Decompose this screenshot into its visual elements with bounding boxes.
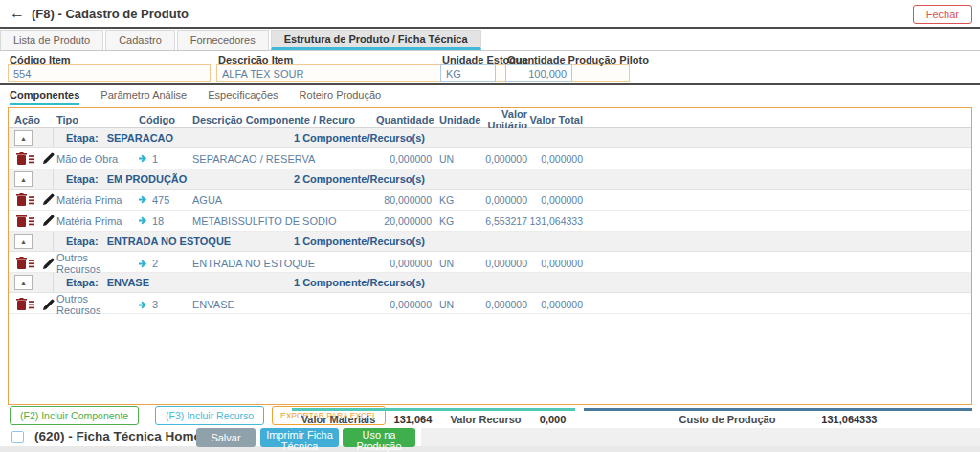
row-valor-unitario: 0,000000 — [478, 153, 527, 165]
col-acao: Ação — [9, 114, 53, 125]
codigo-item-field[interactable] — [8, 64, 211, 82]
subtab-especificacoes[interactable]: Especificações — [208, 89, 278, 105]
subtab-componentes[interactable]: Componentes — [10, 89, 79, 105]
group-row-envase: ▲ Etapa:ENVASE 1 Componente/Recurso(s) — [9, 273, 971, 293]
etapa-name: ENTRADA NO ESTOQUE — [107, 236, 232, 247]
collapse-group-icon[interactable]: ▲ — [14, 275, 33, 290]
page-title-text: (F8) - Cadastro de Produto — [32, 7, 189, 21]
etapa-label: Etapa:ENTRADA NO ESTOQUE — [66, 236, 231, 247]
group-row-entrada-no-estoque: ▲ Etapa:ENTRADA NO ESTOQUE 1 Componente/… — [9, 232, 971, 252]
row-codigo: 3 — [152, 299, 158, 310]
bottom-strip — [0, 446, 980, 452]
col-descricao: Descrição Componente / Recuro — [189, 114, 376, 125]
etapa-prefix: Etapa: — [66, 173, 99, 185]
delete-row-icon[interactable] — [16, 152, 35, 166]
delete-row-icon[interactable] — [16, 215, 35, 228]
group-row-em-producao: ▲ Etapa:EM PRODUÇÃO 2 Componente/Recurso… — [9, 170, 971, 190]
collapse-group-icon[interactable]: ▲ — [14, 234, 33, 249]
table-row: Matéria Prima 18 METABISSULFITO DE SODIO… — [9, 211, 971, 232]
row-valor-total: 0,000000 — [527, 194, 583, 206]
column-divider — [53, 128, 54, 147]
row-tipo: Mão de Obra — [53, 153, 135, 165]
col-quantidade: Quantidade — [376, 114, 432, 125]
row-quantidade: 80,000000 — [376, 194, 432, 206]
group-count: 1 Componente/Recurso(s) — [294, 277, 425, 288]
table-row: Mão de Obra 1 SEPARACAO / RESERVA 0,0000… — [9, 148, 971, 170]
col-valor-total: Valor Total — [527, 114, 583, 125]
column-divider — [53, 170, 54, 189]
item-form: Código Item Descrição Item Unidade Estoq… — [0, 52, 980, 85]
main-tabbar: Lista de Produto Cadastro Fornecedores E… — [0, 31, 980, 51]
row-valor-unitario: 0,000000 — [478, 299, 527, 310]
row-tipo: Matéria Prima — [53, 194, 135, 206]
totals-bar: Valor Materiais 131,064 Valor Recurso 0,… — [292, 408, 972, 425]
detail-tabbar: Componentes Parâmetro Análise Especifica… — [10, 89, 381, 105]
materials-totals: Valor Materiais 131,064 Valor Recurso 0,… — [292, 408, 575, 425]
close-button[interactable]: Fechar — [913, 5, 972, 24]
row-unidade: UN — [432, 153, 478, 165]
imprimir-ficha-tecnica-button[interactable]: Imprimir Ficha Técnica — [260, 428, 339, 447]
etapa-label: Etapa:SEPARACAO — [66, 132, 173, 144]
etapa-name: SEPARACAO — [107, 132, 173, 144]
row-valor-unitario: 0,000000 — [478, 194, 527, 206]
back-arrow-icon[interactable]: ← — [10, 6, 25, 21]
col-unidade: Unidade — [432, 114, 478, 125]
valor-materiais-value: 131,064 — [394, 414, 433, 425]
delete-row-icon[interactable] — [16, 257, 35, 270]
etapa-name: ENVASE — [107, 277, 149, 288]
custo-producao-value: 131,064333 — [821, 414, 877, 425]
row-codigo: 475 — [152, 194, 169, 206]
etapa-prefix: Etapa: — [66, 236, 99, 247]
row-valor-total: 0,000000 — [527, 258, 583, 269]
column-divider — [53, 232, 54, 251]
table-header-row: Ação Tipo Código Descrição Componente / … — [9, 108, 971, 128]
tab-fornecedores[interactable]: Fornecedores — [177, 30, 269, 50]
code-arrow-icon — [139, 154, 147, 163]
column-divider — [53, 273, 54, 292]
subtab-parametro-analise[interactable]: Parâmetro Análise — [100, 89, 187, 105]
tab-cadastro[interactable]: Cadastro — [105, 30, 175, 50]
group-count: 1 Componente/Recurso(s) — [294, 236, 425, 247]
code-arrow-icon — [139, 260, 147, 268]
unidade-estoque-field[interactable] — [440, 64, 496, 82]
subtab-roteiro-producao[interactable]: Roteiro Produção — [300, 89, 382, 105]
row-quantidade: 0,000000 — [376, 258, 432, 269]
row-tipo: Outros Recursos — [53, 293, 135, 316]
col-tipo: Tipo — [53, 114, 135, 125]
row-unidade: KG — [432, 194, 478, 206]
row-tipo: Outros Recursos — [53, 252, 135, 275]
row-valor-total: 0,000000 — [527, 299, 583, 310]
delete-row-icon[interactable] — [16, 193, 35, 207]
row-tipo: Matéria Prima — [53, 215, 135, 227]
uso-na-producao-button[interactable]: Uso na Produção — [343, 428, 415, 447]
etapa-label: Etapa:EM PRODUÇÃO — [66, 173, 187, 185]
valor-materiais-label: Valor Materiais — [301, 414, 376, 425]
collapse-group-icon[interactable]: ▲ — [14, 130, 33, 146]
row-quantidade: 0,000000 — [376, 153, 432, 165]
homologada-checkbox[interactable] — [11, 431, 24, 443]
row-valor-unitario: 0,000000 — [478, 258, 527, 269]
code-arrow-icon — [139, 301, 147, 309]
tab-lista-de-produto[interactable]: Lista de Produto — [0, 30, 103, 50]
group-count: 1 Componente/Recurso(s) — [294, 132, 425, 144]
incluir-recurso-button[interactable]: (F3) Incluir Recurso — [155, 406, 264, 425]
code-arrow-icon — [139, 216, 147, 225]
quantidade-producao-piloto-field[interactable] — [505, 64, 572, 82]
row-descricao: SEPARACAO / RESERVA — [189, 153, 376, 165]
row-quantidade: 20,000000 — [376, 215, 432, 227]
row-valor-unitario: 6,553217 — [478, 215, 527, 227]
delete-row-icon[interactable] — [16, 298, 35, 311]
salvar-button[interactable]: Salvar — [196, 428, 256, 447]
row-descricao: ENTRADA NO ESTOQUE — [189, 258, 376, 269]
etapa-prefix: Etapa: — [66, 132, 99, 144]
page-title: ← (F8) - Cadastro de Produto — [10, 6, 189, 21]
row-quantidade: 0,000000 — [376, 299, 432, 310]
window-header: ← (F8) - Cadastro de Produto Fechar — [0, 0, 980, 29]
group-row-separacao: ▲ Etapa:SEPARACAO 1 Componente/Recurso(s… — [9, 128, 971, 148]
collapse-group-icon[interactable]: ▲ — [14, 171, 33, 187]
row-unidade: UN — [432, 258, 478, 269]
row-descricao: ENVASE — [189, 299, 376, 310]
incluir-componente-button[interactable]: (F2) Incluir Componente — [10, 406, 139, 425]
valor-recurso-label: Valor Recurso — [451, 414, 522, 425]
tab-estrutura-ficha-tecnica[interactable]: Estrutura de Produto / Ficha Técnica — [271, 30, 481, 50]
